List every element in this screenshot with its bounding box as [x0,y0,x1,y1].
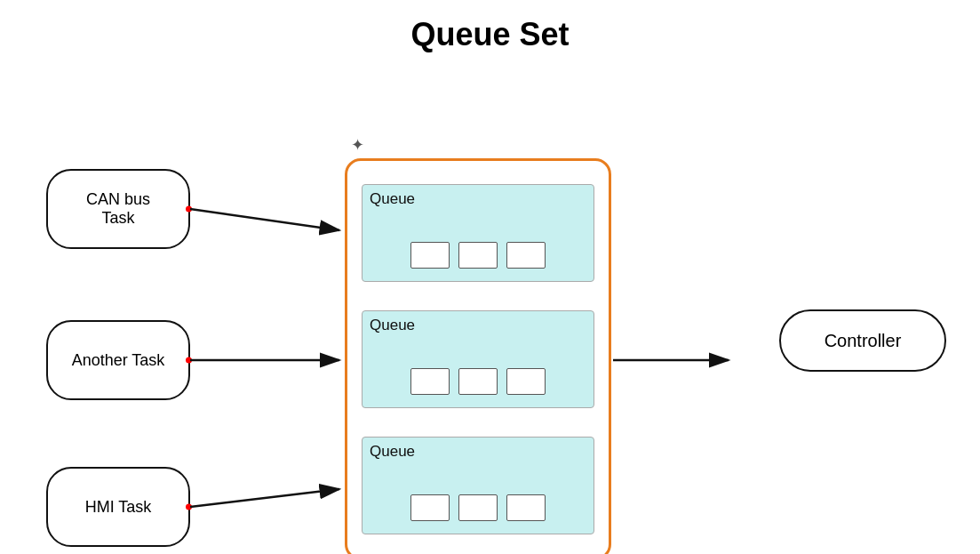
queue-2-items [410,368,546,395]
queue-3: Queue [362,437,594,534]
task-another-label: Another Task [72,351,165,370]
queue-set-container: Queue Queue Queue [345,158,611,554]
cursor-icon: ✦ [351,135,364,155]
arrow-can-to-queue [190,209,339,230]
queue-3-item-3 [506,494,546,521]
queue-1: Queue [362,184,594,282]
queue-1-item-3 [506,242,546,269]
queue-2: Queue [362,310,594,408]
queue-3-item-2 [458,494,498,521]
queue-2-item-1 [410,368,450,395]
task-can-bus: CAN bus Task [46,169,190,249]
queue-1-label: Queue [370,190,586,208]
page-title: Queue Set [0,0,980,62]
controller-box: Controller [779,309,946,372]
queue-1-item-2 [458,242,498,269]
queue-3-label: Queue [370,443,586,461]
queue-2-label: Queue [370,317,586,334]
arrow-hmi-to-queue [190,489,339,507]
controller-label: Controller [825,331,902,351]
queue-3-item-1 [410,494,450,521]
diagram-area: ✦ CAN bus Task Another Task HMI Task Que… [0,62,980,554]
task-hmi: HMI Task [46,467,190,547]
red-dot-can [186,206,192,213]
task-another: Another Task [46,320,190,400]
queue-1-item-1 [410,242,450,269]
task-can-label: CAN bus Task [86,190,150,228]
red-dot-another [186,357,192,364]
queue-1-items [410,242,546,269]
task-hmi-label: HMI Task [85,498,152,517]
queue-3-items [410,494,546,521]
red-dot-hmi [186,504,192,510]
queue-2-item-2 [458,368,498,395]
queue-2-item-3 [506,368,546,395]
